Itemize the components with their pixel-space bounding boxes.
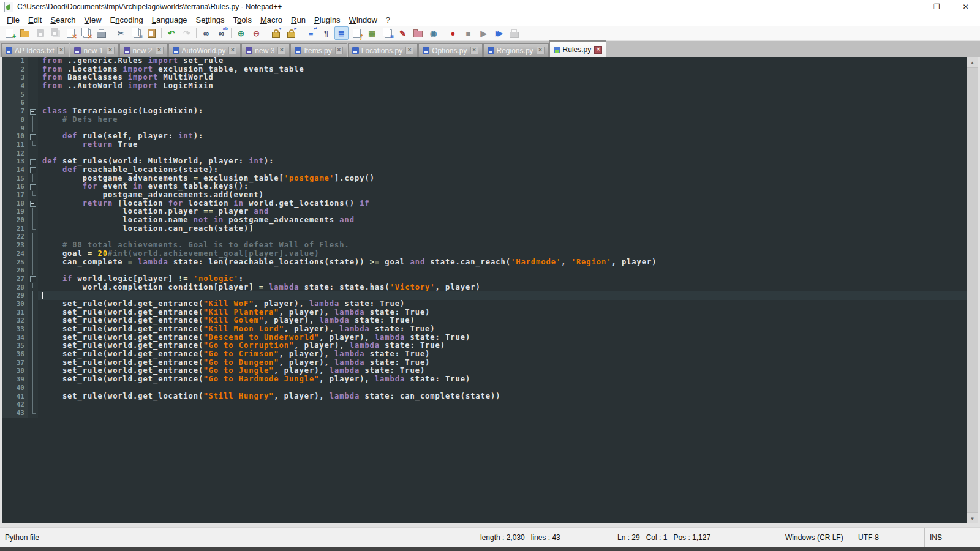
line-number[interactable]: 33 xyxy=(2,325,28,334)
function-list-button[interactable]: ƒ xyxy=(350,26,364,40)
minimize-button[interactable]: — xyxy=(894,0,922,13)
macro-stop-button[interactable]: ■ xyxy=(461,26,475,40)
close-button[interactable]: ✕ xyxy=(64,26,78,40)
line-number[interactable]: 5 xyxy=(2,91,28,99)
line-number[interactable]: 12 xyxy=(2,149,28,158)
tab-close-icon[interactable]: ✕ xyxy=(405,47,413,54)
line-number[interactable]: 3 xyxy=(2,73,28,82)
macro-record-button[interactable]: ● xyxy=(446,26,460,40)
tab-new-2[interactable]: new 2✕ xyxy=(119,43,168,57)
close-button[interactable]: ✕ xyxy=(951,0,980,13)
tab-items-py[interactable]: Items.py✕ xyxy=(290,43,347,57)
macro-run-multiple-button[interactable]: ▶▶ xyxy=(492,26,506,40)
line-number[interactable]: 27 xyxy=(2,275,28,283)
menu-item-file[interactable]: File xyxy=(2,15,24,25)
tab-locations-py[interactable]: Locations.py✕ xyxy=(348,43,418,57)
cut-button[interactable]: ✂ xyxy=(114,26,128,40)
line-number[interactable]: 35 xyxy=(2,342,28,350)
save-all-button[interactable] xyxy=(48,26,62,40)
line-number[interactable]: 19 xyxy=(2,208,28,216)
line-number[interactable]: 17 xyxy=(2,191,28,200)
fold-collapse-icon[interactable] xyxy=(28,107,38,116)
new-file-button[interactable]: + xyxy=(2,26,17,40)
line-number[interactable]: 1 xyxy=(2,57,28,66)
tab-close-icon[interactable]: ✕ xyxy=(335,47,343,54)
vertical-scrollbar[interactable]: ▴ ▾ xyxy=(967,57,978,523)
word-wrap-button[interactable]: ≡↵ xyxy=(304,26,318,40)
tab-close-icon[interactable]: ✕ xyxy=(594,46,602,54)
line-number[interactable]: 21 xyxy=(2,225,28,233)
line-number[interactable]: 8 xyxy=(2,116,28,124)
fold-collapse-icon[interactable] xyxy=(28,275,38,283)
fold-collapse-icon[interactable] xyxy=(28,132,38,141)
show-indent-guide-button[interactable]: ≣ xyxy=(334,26,349,40)
line-number[interactable]: 29 xyxy=(2,291,28,300)
line-number[interactable]: 6 xyxy=(2,99,28,107)
line-number[interactable]: 40 xyxy=(2,384,28,392)
line-number[interactable]: 38 xyxy=(2,367,28,375)
fold-collapse-icon[interactable] xyxy=(28,200,38,208)
menu-item-language[interactable]: Language xyxy=(148,15,192,25)
line-number[interactable]: 25 xyxy=(2,258,28,267)
tab-close-icon[interactable]: ✕ xyxy=(107,47,115,54)
define-language-button[interactable]: ✎ xyxy=(396,26,410,40)
paste-button[interactable] xyxy=(145,26,159,40)
line-number[interactable]: 28 xyxy=(2,283,28,292)
menu-item-macro[interactable]: Macro xyxy=(256,15,287,25)
line-number[interactable]: 11 xyxy=(2,141,28,149)
menu-item-window[interactable]: Window xyxy=(345,15,382,25)
line-number[interactable]: 41 xyxy=(2,392,28,401)
tab-rules-py[interactable]: Rules.py✕ xyxy=(549,40,607,57)
line-number[interactable]: 20 xyxy=(2,216,28,225)
tab-new-3[interactable]: new 3✕ xyxy=(241,43,290,57)
tab-close-icon[interactable]: ✕ xyxy=(156,47,164,54)
tab-close-icon[interactable]: ✕ xyxy=(228,47,236,54)
tab-close-icon[interactable]: ✕ xyxy=(57,47,65,54)
document-list-button[interactable]: ≡ xyxy=(380,26,394,40)
undo-button[interactable]: ↶ xyxy=(164,26,178,40)
line-number[interactable]: 31 xyxy=(2,309,28,317)
code-editor[interactable]: 1from ..generic.Rules import set_rule2fr… xyxy=(2,57,967,523)
tab-close-icon[interactable]: ✕ xyxy=(537,47,545,54)
document-map-button[interactable]: ▦ xyxy=(365,26,379,40)
tab-new-1[interactable]: new 1✕ xyxy=(70,43,118,57)
open-folder-button[interactable] xyxy=(18,26,32,40)
zoom-out-button[interactable]: ⊖ xyxy=(249,26,263,40)
replace-button[interactable]: ∞ab xyxy=(214,26,228,40)
close-all-button[interactable]: ✕ xyxy=(79,26,93,40)
line-number[interactable]: 23 xyxy=(2,241,28,250)
tab-close-icon[interactable]: ✕ xyxy=(470,47,478,54)
file-monitoring-button[interactable]: ◉ xyxy=(426,26,440,40)
fold-collapse-icon[interactable] xyxy=(28,182,38,191)
line-number[interactable]: 24 xyxy=(2,250,28,258)
line-number[interactable]: 4 xyxy=(2,82,28,91)
menu-item-tools[interactable]: Tools xyxy=(229,15,256,25)
line-number[interactable]: 2 xyxy=(2,66,28,74)
line-number[interactable]: 34 xyxy=(2,334,28,342)
line-number[interactable]: 37 xyxy=(2,359,28,367)
fold-collapse-icon[interactable] xyxy=(28,166,38,174)
save-button[interactable] xyxy=(33,26,47,40)
line-number[interactable]: 7 xyxy=(2,107,28,116)
line-number[interactable]: 39 xyxy=(2,375,28,384)
line-number[interactable]: 22 xyxy=(2,233,28,241)
copy-button[interactable]: ≡ xyxy=(129,26,143,40)
zoom-in-button[interactable]: ⊕ xyxy=(234,26,248,40)
line-number[interactable]: 32 xyxy=(2,317,28,325)
tab-ap-ideas-txt[interactable]: AP Ideas.txt✕ xyxy=(1,43,69,57)
scrollbar-thumb[interactable] xyxy=(967,67,978,513)
folder-as-workspace-button[interactable] xyxy=(411,26,425,40)
fold-collapse-icon[interactable] xyxy=(28,157,38,166)
sync-vertical-scroll-button[interactable]: ▼ xyxy=(269,26,283,40)
sync-horizontal-scroll-button[interactable]: ► xyxy=(284,26,298,40)
line-number[interactable]: 15 xyxy=(2,174,28,183)
tab-options-py[interactable]: Options.py✕ xyxy=(418,43,482,57)
line-number[interactable]: 18 xyxy=(2,200,28,208)
show-all-characters-button[interactable]: ¶ xyxy=(319,26,333,40)
scroll-down-arrow[interactable]: ▾ xyxy=(967,513,978,523)
menu-item-plugins[interactable]: Plugins xyxy=(310,15,345,25)
menu-item-edit[interactable]: Edit xyxy=(24,15,46,25)
line-number[interactable]: 30 xyxy=(2,300,28,309)
tab-regions-py[interactable]: Regions.py✕ xyxy=(483,43,549,57)
menu-item-run[interactable]: Run xyxy=(287,15,310,25)
